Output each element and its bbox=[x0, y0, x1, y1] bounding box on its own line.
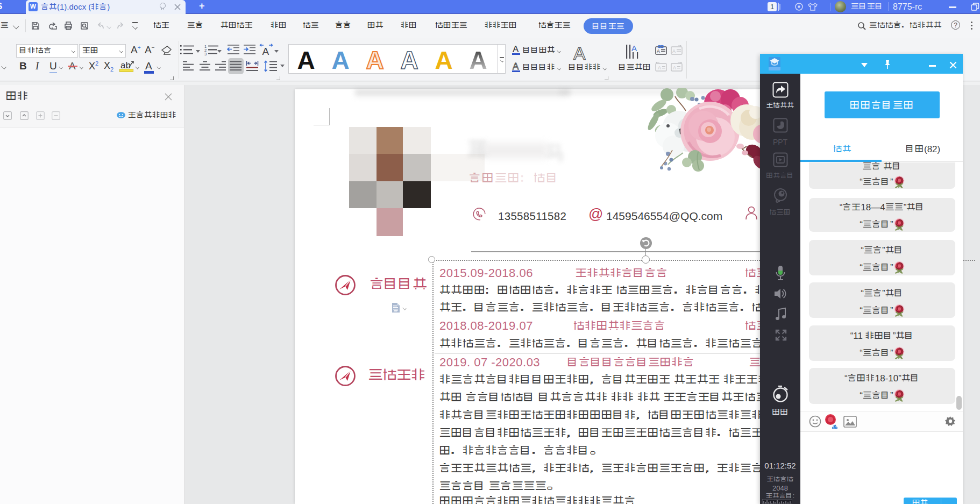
svg-text:A: A bbox=[657, 48, 660, 54]
svg-text:A: A bbox=[631, 45, 637, 53]
svg-text:A: A bbox=[262, 46, 269, 56]
svg-text:A: A bbox=[672, 48, 676, 54]
svg-text:A: A bbox=[673, 65, 676, 70]
svg-text:A: A bbox=[658, 65, 661, 70]
svg-text:3: 3 bbox=[204, 52, 207, 56]
